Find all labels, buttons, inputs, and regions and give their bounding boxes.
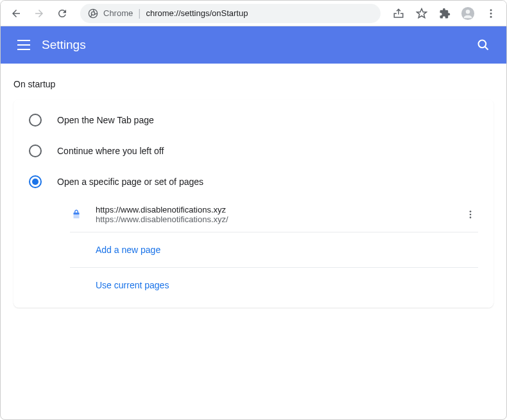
svg-point-10 [479,40,486,48]
chrome-icon [88,8,98,19]
tab-strip: Settings [1,0,506,1]
url-scheme-label: Chrome [103,8,133,18]
reload-button[interactable] [52,3,73,24]
radio-label: Continue where you left off [57,146,164,156]
svg-point-12 [470,214,472,216]
browser-toolbar: Chrome | chrome://settings/onStartup [1,1,506,26]
back-button[interactable] [6,3,26,24]
startup-card: Open the New Tab page Continue where you… [13,100,494,308]
add-page-link[interactable]: Add a new page [96,245,160,255]
svg-point-8 [490,12,492,14]
settings-content: On startup Open the New Tab page Continu… [1,64,506,394]
svg-point-6 [466,10,470,13]
page-title-text: https://www.disablenotifications.xyz [96,205,463,214]
startup-page-entry: https://www.disablenotifications.xyz htt… [13,197,494,232]
page-url-text: https://www.disablenotifications.xyz/ [96,214,463,224]
use-current-row[interactable]: Use current pages [13,268,494,302]
url-text: chrome://settings/onStartup [146,8,248,18]
radio-continue[interactable]: Continue where you left off [13,136,494,166]
chrome-menu-icon[interactable] [481,3,501,24]
extensions-icon[interactable] [434,3,455,24]
forward-button[interactable] [29,3,49,24]
radio-label: Open the New Tab page [57,115,154,125]
svg-point-7 [490,9,492,11]
radio-new-tab[interactable]: Open the New Tab page [13,105,494,136]
radio-label: Open a specific page or set of pages [57,177,203,187]
settings-page-title: Settings [42,38,470,52]
add-page-row[interactable]: Add a new page [13,232,494,267]
radio-icon [29,114,42,127]
radio-specific-pages[interactable]: Open a specific page or set of pages [13,166,494,197]
address-bar[interactable]: Chrome | chrome://settings/onStartup [80,4,381,23]
settings-header: Settings [1,26,506,64]
search-settings-icon[interactable] [470,32,496,58]
bookmark-star-icon[interactable] [411,3,432,24]
page-menu-icon[interactable] [463,207,478,222]
radio-selected-icon [29,175,42,188]
share-icon[interactable] [388,3,409,24]
site-favicon-icon [70,208,83,221]
svg-point-9 [490,15,492,17]
svg-point-13 [470,216,472,218]
radio-icon [29,144,42,157]
profile-avatar-icon[interactable] [458,3,478,24]
hamburger-menu-icon[interactable] [11,32,37,58]
tab-settings[interactable]: Settings [6,0,160,1]
section-heading: On startup [13,79,494,89]
use-current-link[interactable]: Use current pages [96,280,169,290]
svg-point-11 [470,211,472,213]
